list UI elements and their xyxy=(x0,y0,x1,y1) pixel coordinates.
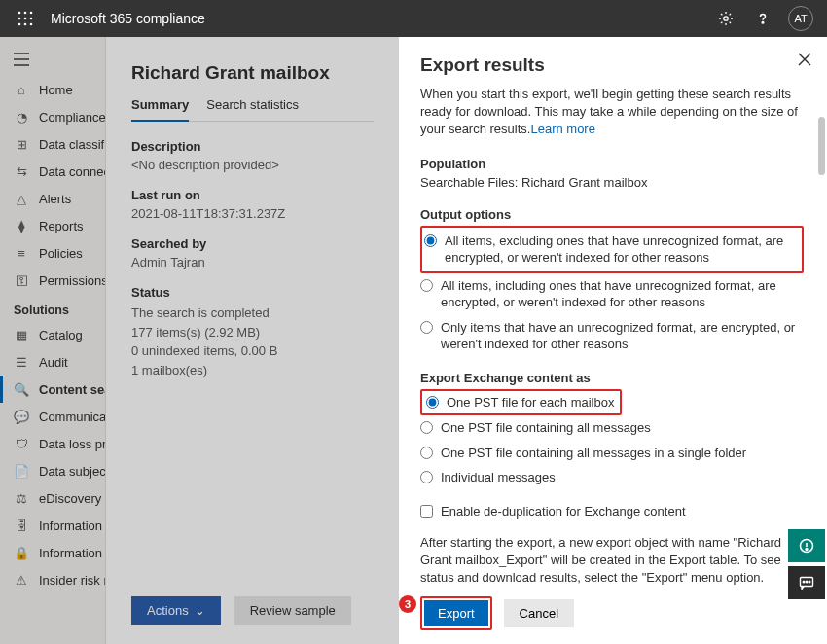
floating-feedback-icon[interactable] xyxy=(788,566,825,599)
export-flyout: Export results When you start this expor… xyxy=(399,37,827,644)
svg-point-1 xyxy=(24,12,27,15)
exchange-opt-all-messages-radio[interactable] xyxy=(420,421,433,434)
svg-point-2 xyxy=(30,12,33,15)
waffle-icon[interactable] xyxy=(14,7,37,30)
exchange-opt-per-mailbox-radio[interactable] xyxy=(426,396,439,409)
exchange-opt-individual[interactable]: Individual messages xyxy=(420,465,804,490)
help-icon[interactable] xyxy=(751,7,774,30)
exchange-label: Export Exchange content as xyxy=(420,371,804,385)
app-title: Microsoft 365 compliance xyxy=(51,11,701,26)
output-options-label: Output options xyxy=(420,207,804,222)
svg-point-10 xyxy=(762,21,764,23)
dedup-checkbox[interactable] xyxy=(420,505,433,518)
footer-note: After starting the export, a new export … xyxy=(420,534,804,588)
export-button[interactable]: Export xyxy=(424,600,488,626)
dedup-checkbox-row[interactable]: Enable de-duplication for Exchange conte… xyxy=(420,504,804,519)
scrollbar[interactable] xyxy=(818,117,825,175)
population-value: Searchable Files: Richard Grant mailbox xyxy=(420,175,804,190)
exchange-opt-individual-radio[interactable] xyxy=(420,471,433,483)
learn-more-link[interactable]: Learn more xyxy=(530,122,594,136)
svg-point-20 xyxy=(803,581,805,583)
callout-2-highlight: One PST file for each mailbox xyxy=(420,389,622,416)
svg-point-8 xyxy=(30,23,33,26)
avatar[interactable]: AT xyxy=(788,6,813,31)
svg-point-0 xyxy=(18,12,21,15)
svg-point-18 xyxy=(806,549,808,551)
output-opt-only-radio[interactable] xyxy=(420,321,433,334)
svg-point-5 xyxy=(30,18,33,20)
output-opt-excluding[interactable]: All items, excluding ones that have unre… xyxy=(424,229,798,270)
svg-point-4 xyxy=(24,18,27,20)
output-opt-only-unrecognized[interactable]: Only items that have an unrecognized for… xyxy=(420,315,804,357)
close-icon[interactable] xyxy=(798,53,811,66)
callout-1-highlight: All items, excluding ones that have unre… xyxy=(420,226,804,273)
flyout-body: When you start this export, we'll begin … xyxy=(420,86,811,590)
floating-help-icon[interactable] xyxy=(788,529,825,562)
output-opt-excluding-radio[interactable] xyxy=(424,234,437,247)
callout-3-highlight: Export xyxy=(420,596,492,630)
exchange-opt-single-folder[interactable]: One PST file containing all messages in … xyxy=(420,441,804,466)
flyout-title: Export results xyxy=(420,54,811,76)
svg-point-22 xyxy=(809,581,810,583)
cancel-button[interactable]: Cancel xyxy=(504,599,574,627)
svg-point-9 xyxy=(724,17,728,20)
app-header: Microsoft 365 compliance AT xyxy=(0,0,827,37)
svg-point-21 xyxy=(806,581,808,583)
exchange-opt-per-mailbox[interactable]: One PST file for each mailbox xyxy=(424,392,616,413)
output-opt-including[interactable]: All items, including ones that have unre… xyxy=(420,273,804,315)
svg-point-7 xyxy=(24,23,27,26)
gear-icon[interactable] xyxy=(714,7,737,30)
svg-point-6 xyxy=(18,23,21,26)
intro-text: When you start this export, we'll begin … xyxy=(420,86,804,139)
output-opt-including-radio[interactable] xyxy=(420,279,433,292)
exchange-opt-single-folder-radio[interactable] xyxy=(420,447,433,459)
exchange-opt-all-messages[interactable]: One PST file containing all messages xyxy=(420,415,804,441)
callout-3-badge: 3 xyxy=(399,595,416,613)
population-label: Population xyxy=(420,157,804,171)
svg-point-3 xyxy=(18,18,21,20)
